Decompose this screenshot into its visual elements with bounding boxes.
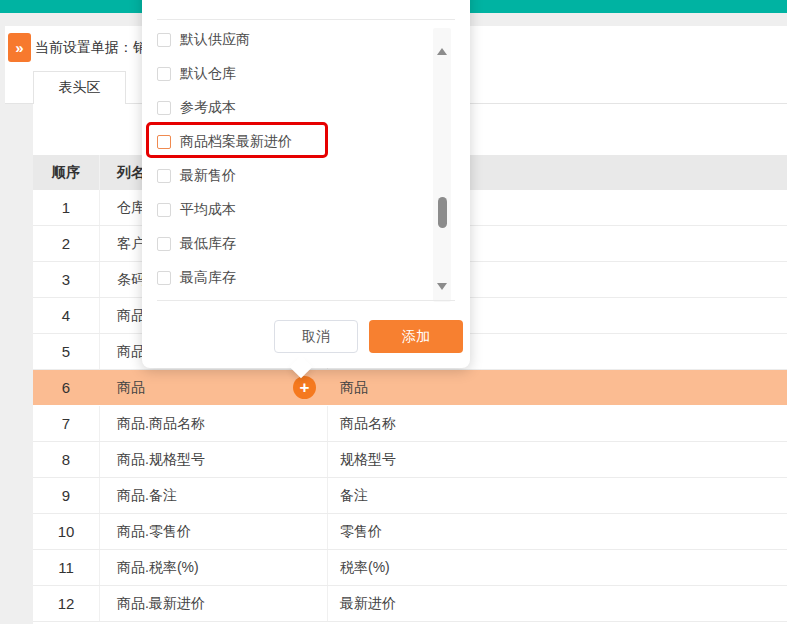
row-order: 11 xyxy=(33,550,100,585)
row-column-name: 商品.商品名称 xyxy=(100,406,328,441)
tab-header-area[interactable]: 表头区 xyxy=(33,71,126,104)
cancel-button[interactable]: 取消 xyxy=(274,320,358,353)
popup-item[interactable]: 默认供应商 xyxy=(142,23,432,57)
checkbox[interactable] xyxy=(157,33,171,47)
popup-item[interactable]: 最高库存 xyxy=(142,261,432,295)
row-column-title: 零售价 xyxy=(328,514,787,549)
row-column-name: 商品.规格型号 xyxy=(100,442,328,477)
popup-item-label: 最高库存 xyxy=(180,269,236,287)
collapse-sidebar-button[interactable]: » xyxy=(8,33,31,62)
row-order: 3 xyxy=(33,262,100,297)
table-row[interactable]: 9商品.备注备注 xyxy=(33,478,787,514)
checkbox[interactable] xyxy=(157,271,171,285)
row-column-title: 商品 xyxy=(328,370,787,405)
row-order: 9 xyxy=(33,478,100,513)
double-chevron-right-icon: » xyxy=(15,39,23,56)
popup-item[interactable]: 默认仓库 xyxy=(142,57,432,91)
row-order: 7 xyxy=(33,406,100,441)
row-column-title: 商品名称 xyxy=(328,406,787,441)
row-order: 1 xyxy=(33,190,100,225)
row-column-title: 规格型号 xyxy=(328,442,787,477)
checkbox[interactable] xyxy=(157,135,171,149)
popup-footer-divider xyxy=(157,300,455,301)
popup-item[interactable]: 平均成本 xyxy=(142,193,432,227)
popup-checkbox-list: 默认供应商默认仓库参考成本商品档案最新进价最新售价平均成本最低库存最高库存 xyxy=(142,23,432,295)
checkbox[interactable] xyxy=(157,67,171,81)
scroll-down-icon[interactable] xyxy=(437,283,447,290)
popup-item-label: 最低库存 xyxy=(180,235,236,253)
row-column-name: 商品.最新进价 xyxy=(100,586,328,621)
popup-scrollbar[interactable] xyxy=(433,28,451,302)
popup-item[interactable]: 商品档案最新进价 xyxy=(142,125,432,159)
app-window: » 当前设置单据：销 表头区 顺序 列名 1仓库2客户3条码4商品5商品6商品商… xyxy=(0,0,787,624)
popup-item-label: 最新售价 xyxy=(180,167,236,185)
table-row[interactable]: 11商品.税率(%)税率(%) xyxy=(33,550,787,586)
popup-item-label: 默认供应商 xyxy=(180,31,250,49)
table-row[interactable]: 7商品.商品名称商品名称 xyxy=(33,406,787,442)
row-column-title: 税率(%) xyxy=(328,550,787,585)
row-order: 6 xyxy=(33,370,100,405)
checkbox[interactable] xyxy=(157,237,171,251)
popup-item[interactable]: 最低库存 xyxy=(142,227,432,261)
add-button[interactable]: 添加 xyxy=(369,320,463,353)
popup-divider xyxy=(157,19,455,20)
row-column-name: 商品.零售价 xyxy=(100,514,328,549)
column-header-order: 顺序 xyxy=(33,155,100,190)
popup-item-label: 参考成本 xyxy=(180,99,236,117)
plus-icon: + xyxy=(300,379,310,396)
popup-item-label: 商品档案最新进价 xyxy=(180,133,292,151)
scrollbar-thumb[interactable] xyxy=(438,197,447,228)
popup-item[interactable]: 参考成本 xyxy=(142,91,432,125)
row-order: 12 xyxy=(33,586,100,621)
row-order: 5 xyxy=(33,334,100,369)
row-column-name: 商品.税率(%) xyxy=(100,550,328,585)
add-column-popup: 默认供应商默认仓库参考成本商品档案最新进价最新售价平均成本最低库存最高库存 取消… xyxy=(142,0,470,368)
popup-item[interactable]: 最新售价 xyxy=(142,159,432,193)
checkbox[interactable] xyxy=(157,101,171,115)
checkbox[interactable] xyxy=(157,169,171,183)
row-column-name: 商品.备注 xyxy=(100,478,328,513)
row-order: 10 xyxy=(33,514,100,549)
table-row[interactable]: 10商品.零售价零售价 xyxy=(33,514,787,550)
popup-item-label: 平均成本 xyxy=(180,201,236,219)
popup-item-label: 默认仓库 xyxy=(180,65,236,83)
add-column-plus-button[interactable]: + xyxy=(293,376,316,399)
table-row[interactable]: 8商品.规格型号规格型号 xyxy=(33,442,787,478)
tab-label: 表头区 xyxy=(59,79,101,97)
checkbox[interactable] xyxy=(157,203,171,217)
row-order: 8 xyxy=(33,442,100,477)
scroll-up-icon[interactable] xyxy=(437,48,447,55)
row-order: 2 xyxy=(33,226,100,261)
table-row[interactable]: 12商品.最新进价最新进价 xyxy=(33,586,787,622)
table-row[interactable]: 6商品商品+ xyxy=(33,370,787,406)
row-order: 4 xyxy=(33,298,100,333)
row-column-title: 最新进价 xyxy=(328,586,787,621)
current-document-title: 当前设置单据：销 xyxy=(35,39,147,59)
row-column-title: 备注 xyxy=(328,478,787,513)
